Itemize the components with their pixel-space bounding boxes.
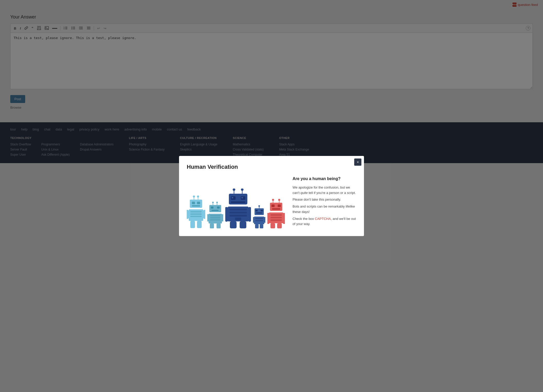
svg-rect-64 xyxy=(229,212,247,213)
modal-title: Human Verification xyxy=(187,164,238,170)
svg-rect-96 xyxy=(270,217,282,218)
modal-para2: Please don't take this personally. xyxy=(293,197,356,202)
svg-rect-91 xyxy=(272,204,275,207)
svg-rect-63 xyxy=(229,209,247,210)
svg-rect-29 xyxy=(190,211,202,212)
svg-point-74 xyxy=(258,205,260,207)
modal-para1-italic: quite xyxy=(301,191,308,195)
svg-rect-95 xyxy=(270,214,282,216)
svg-rect-67 xyxy=(225,207,228,219)
svg-rect-42 xyxy=(217,207,220,209)
svg-point-39 xyxy=(216,202,218,203)
svg-rect-33 xyxy=(203,210,205,219)
close-icon: × xyxy=(357,160,359,164)
svg-point-21 xyxy=(193,195,195,198)
svg-rect-66 xyxy=(235,218,241,220)
svg-rect-44 xyxy=(209,214,222,223)
svg-rect-72 xyxy=(240,221,246,228)
svg-rect-28 xyxy=(189,209,203,221)
svg-rect-98 xyxy=(267,213,270,222)
svg-rect-51 xyxy=(217,223,221,228)
svg-rect-41 xyxy=(211,207,213,209)
svg-rect-82 xyxy=(253,217,255,223)
svg-rect-99 xyxy=(283,213,285,222)
svg-rect-47 xyxy=(210,219,220,220)
svg-rect-103 xyxy=(277,223,282,228)
svg-rect-77 xyxy=(261,210,263,211)
svg-rect-81 xyxy=(255,220,263,221)
captcha-link[interactable]: CAPTCHA xyxy=(315,217,331,221)
svg-rect-32 xyxy=(187,210,189,219)
modal-text-content: Are you a human being? We apologize for … xyxy=(293,176,356,229)
svg-rect-40 xyxy=(209,205,221,212)
svg-rect-61 xyxy=(231,201,245,203)
svg-rect-92 xyxy=(278,204,281,207)
modal-para1-after: tell if you're a person or a script. xyxy=(308,191,356,195)
svg-rect-75 xyxy=(255,208,264,215)
svg-rect-60 xyxy=(241,197,243,198)
modal-overlay: × Human Verification xyxy=(0,0,543,392)
svg-rect-85 xyxy=(260,224,263,228)
modal-close-button[interactable]: × xyxy=(354,158,361,166)
modal-para4-before: Check the box xyxy=(293,217,315,221)
svg-rect-102 xyxy=(270,223,275,228)
svg-rect-35 xyxy=(197,221,202,228)
svg-rect-30 xyxy=(190,213,202,215)
svg-rect-49 xyxy=(221,214,223,221)
svg-rect-59 xyxy=(232,197,233,198)
svg-rect-83 xyxy=(264,217,265,223)
svg-rect-76 xyxy=(256,210,258,211)
svg-rect-71 xyxy=(230,221,237,228)
svg-rect-26 xyxy=(197,202,200,204)
svg-point-55 xyxy=(241,189,244,191)
modal-robots xyxy=(187,176,285,229)
svg-rect-43 xyxy=(211,210,219,211)
robot-1 xyxy=(187,195,205,228)
svg-rect-65 xyxy=(229,215,247,217)
svg-rect-45 xyxy=(210,215,220,216)
svg-rect-24 xyxy=(190,200,202,208)
modal-question: Are you a human being? xyxy=(293,176,356,181)
svg-rect-78 xyxy=(256,212,262,213)
modal-para3: Bots and scripts can be remarkably lifel… xyxy=(293,204,356,215)
robot-2 xyxy=(207,201,223,228)
svg-rect-25 xyxy=(192,202,195,204)
svg-point-87 xyxy=(272,199,274,201)
svg-rect-50 xyxy=(210,223,214,228)
human-verification-modal: × Human Verification xyxy=(179,156,364,236)
svg-rect-68 xyxy=(248,207,251,219)
robot-4 xyxy=(253,205,265,228)
svg-rect-97 xyxy=(270,219,282,221)
svg-rect-48 xyxy=(207,214,209,221)
robot-5 xyxy=(267,199,285,228)
svg-rect-84 xyxy=(255,224,259,228)
svg-rect-31 xyxy=(190,216,202,217)
svg-point-53 xyxy=(233,189,235,191)
svg-rect-93 xyxy=(272,208,280,210)
svg-point-23 xyxy=(197,195,199,198)
svg-rect-27 xyxy=(192,205,200,207)
svg-rect-46 xyxy=(210,217,220,218)
modal-para4: Check the box CAPTCHA, and we'll be out … xyxy=(293,216,356,227)
svg-rect-80 xyxy=(255,218,263,219)
svg-point-37 xyxy=(212,202,214,203)
robot-3 xyxy=(225,189,251,228)
svg-point-89 xyxy=(278,199,280,201)
svg-rect-34 xyxy=(190,221,195,228)
modal-para1: We apologize for the confusion, but we c… xyxy=(293,185,356,196)
